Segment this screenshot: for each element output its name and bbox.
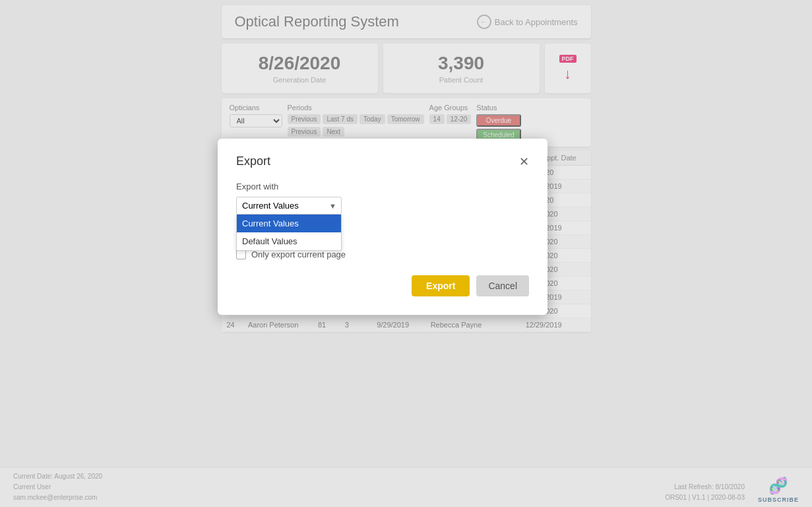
dropdown-open-list: Current Values Default Values — [236, 215, 342, 251]
modal-title: Export — [236, 154, 270, 168]
modal-header: Export ✕ — [236, 154, 529, 168]
modal-footer: Export Cancel — [236, 275, 529, 296]
export-modal: Export ✕ Export with Current Values Defa… — [218, 139, 547, 315]
modal-close-button[interactable]: ✕ — [519, 156, 529, 168]
export-dropdown[interactable]: Current Values Default Values — [236, 197, 342, 215]
export-current-page-label: Only export current page — [251, 250, 346, 259]
export-button[interactable]: Export — [412, 275, 470, 296]
checkbox-row: Only export current page — [236, 250, 529, 259]
dropdown-option-current[interactable]: Current Values — [237, 215, 341, 232]
export-current-page-checkbox[interactable] — [236, 250, 246, 259]
export-dropdown-wrapper: Current Values Default Values ▼ Current … — [236, 197, 342, 215]
export-with-label: Export with — [236, 182, 529, 191]
dropdown-option-default[interactable]: Default Values — [237, 232, 341, 250]
cancel-button[interactable]: Cancel — [476, 275, 529, 296]
